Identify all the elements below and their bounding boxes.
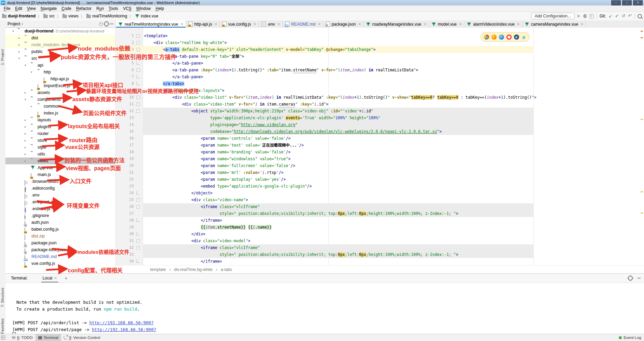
- hide-panel-icon[interactable]: [110, 24, 113, 24]
- tree-item-duoji-frontend[interactable]: ▾duoji-frontendD:\zheheWeb\duoji-fronten…: [5, 28, 115, 35]
- profiler-icon[interactable]: [589, 14, 594, 18]
- tree-item-node-modules[interactable]: ▸node_moduleslibrary root: [5, 41, 115, 48]
- tree-item-readme-md[interactable]: MDREADME.md: [5, 253, 115, 260]
- tree-item--browserslistrc[interactable]: .browserslistrc: [5, 178, 115, 185]
- breadcrumb-item-duoji-frontend[interactable]: duoji-frontend: [2, 14, 35, 18]
- tree-chevron-icon[interactable]: ▸: [25, 130, 26, 137]
- close-icon[interactable]: ✕: [424, 22, 426, 26]
- editor-breadcrumb-item[interactable]: template: [150, 267, 166, 272]
- close-icon[interactable]: ✕: [181, 22, 183, 26]
- fold-marker[interactable]: −: [137, 96, 140, 99]
- tree-item-plugins[interactable]: ▸plugins: [5, 123, 115, 130]
- menu-item-tools[interactable]: Tools: [106, 5, 120, 12]
- git-rollback-icon[interactable]: ↺: [621, 14, 625, 18]
- tree-item-api[interactable]: ▾api: [5, 62, 115, 69]
- fold-marker[interactable]: −: [137, 103, 140, 106]
- menu-item-window[interactable]: Window: [134, 5, 153, 12]
- editor-tab-readme-md[interactable]: MDREADME.md✕: [283, 21, 324, 28]
- statusbar-item-terminal[interactable]: Terminal: [35, 334, 61, 341]
- tree-item--gitignore[interactable]: .gitignore: [5, 212, 115, 219]
- tree-item-dist-zip[interactable]: dist.zip: [5, 233, 115, 240]
- close-icon[interactable]: ✕: [517, 22, 520, 26]
- editor-tab-cameramanage-index-vue[interactable]: cameraManage\index.vue✕: [523, 21, 586, 28]
- git-update-icon[interactable]: ↙: [609, 14, 612, 18]
- close-icon[interactable]: ✕: [581, 22, 583, 26]
- tree-chevron-icon[interactable]: ▸: [25, 151, 26, 158]
- tree-item-dist[interactable]: ▸dist: [5, 35, 115, 41]
- breadcrumb-item-views[interactable]: views: [62, 14, 78, 18]
- close-icon[interactable]: ✕: [54, 276, 57, 281]
- fold-marker[interactable]: −: [137, 48, 140, 51]
- tree-chevron-icon[interactable]: ▾: [18, 55, 20, 62]
- tree-chevron-icon[interactable]: ▾: [12, 28, 14, 35]
- edge-browser-icon[interactable]: e: [521, 35, 527, 40]
- tree-item-auth-json[interactable]: {}auth.json: [5, 219, 115, 226]
- fold-marker[interactable]: −: [137, 34, 140, 38]
- fold-marker[interactable]: −: [137, 89, 140, 92]
- git-revert-icon[interactable]: ↶: [628, 14, 632, 18]
- run-icon[interactable]: [577, 14, 581, 18]
- tree-item-components[interactable]: ▾components: [5, 96, 115, 103]
- terminal-settings-icon[interactable]: [628, 276, 633, 281]
- tree-item--env[interactable]: .env: [5, 192, 115, 199]
- tree-item-main-js[interactable]: JSmain.js: [5, 171, 115, 178]
- tree-item--editorconfig[interactable]: .editorconfig: [5, 185, 115, 192]
- tree-chevron-icon[interactable]: ▾: [31, 69, 32, 76]
- tree-item-common[interactable]: ▸common: [5, 103, 115, 110]
- fold-marker[interactable]: −: [137, 68, 140, 72]
- editor-tab-http-api-js[interactable]: JShttp-api.js✕: [186, 21, 220, 28]
- menu-item-refactor[interactable]: Refactor: [74, 5, 94, 12]
- menu-item-vcs[interactable]: VCS: [120, 5, 134, 12]
- editor-breadcrumb-item[interactable]: a-tabs: [221, 267, 232, 272]
- close-icon[interactable]: ✕: [459, 22, 462, 26]
- tree-item--eslintrc-js[interactable]: .eslintrc.js: [5, 205, 115, 212]
- tree-chevron-icon[interactable]: ▾: [25, 62, 26, 69]
- editor-tab-vue-config-js[interactable]: JSvue.config.js✕: [220, 21, 259, 28]
- tree-chevron-icon[interactable]: ▸: [25, 117, 26, 123]
- close-icon[interactable]: ✕: [358, 22, 361, 26]
- git-commit-icon[interactable]: ✔: [615, 14, 619, 18]
- editor-tab-alarmvideos-index-vue[interactable]: alarmVideos\index.vue✕: [464, 21, 523, 28]
- tree-item--env-prod[interactable]: .env.prod: [5, 199, 115, 205]
- ie-browser-icon[interactable]: e: [514, 35, 519, 40]
- menu-item-edit[interactable]: Edit: [13, 5, 25, 12]
- search-everywhere-icon[interactable]: [638, 14, 642, 18]
- tool-window-toggle-icon[interactable]: [1, 336, 5, 340]
- terminal-hide-icon[interactable]: [638, 278, 641, 278]
- tree-item-layouts[interactable]: ▸layouts: [5, 117, 115, 123]
- tree-item-package-lock-json[interactable]: {}package-lock.json: [5, 246, 115, 253]
- breadcrumb-item-realTimeMonitoring[interactable]: realTimeMonitoring: [86, 14, 127, 18]
- firefox-browser-icon[interactable]: [491, 35, 497, 40]
- close-icon[interactable]: ✕: [318, 22, 320, 26]
- tree-chevron-icon[interactable]: ▸: [18, 41, 20, 48]
- tree-item-style[interactable]: ▸style: [5, 144, 115, 151]
- tree-chevron-icon[interactable]: ▸: [25, 89, 26, 96]
- chrome-browser-icon[interactable]: [484, 35, 489, 40]
- tree-chevron-icon[interactable]: ▸: [25, 137, 26, 144]
- tree-item-package-json[interactable]: {}package.json: [5, 240, 115, 246]
- tree-chevron-icon[interactable]: ▸: [25, 123, 26, 130]
- tree-item-public[interactable]: ▸public: [5, 48, 115, 55]
- tree-item-router[interactable]: ▸router: [5, 130, 115, 137]
- editor-tab--env[interactable]: .env✕: [259, 21, 283, 28]
- tree-item-views[interactable]: ▸views: [5, 158, 115, 164]
- fold-marker[interactable]: −: [137, 41, 140, 44]
- menu-item-run[interactable]: Run: [94, 5, 106, 12]
- menu-item-view[interactable]: View: [25, 5, 38, 12]
- maximize-button[interactable]: □: [622, 0, 632, 5]
- code-editor[interactable]: 1−<template>2− <div class="realTime bg-w…: [116, 28, 644, 265]
- close-icon[interactable]: ✕: [253, 22, 256, 26]
- add-configuration-button[interactable]: Add Configuration...: [531, 13, 575, 19]
- terminal-tab-local[interactable]: Local✕: [41, 274, 59, 283]
- close-icon[interactable]: ✕: [214, 22, 217, 26]
- close-icon[interactable]: ✕: [277, 22, 280, 26]
- chevron-down-icon[interactable]: ▾: [22, 23, 23, 26]
- breadcrumb-item-index.vue[interactable]: index.vue: [135, 14, 158, 18]
- tree-item-vue-config-js[interactable]: JSvue.config.js: [5, 260, 115, 267]
- fold-marker[interactable]: −: [137, 198, 140, 202]
- tree-chevron-icon[interactable]: ▸: [31, 103, 32, 110]
- menu-item-file[interactable]: File: [1, 5, 13, 12]
- tree-item-store[interactable]: ▸store: [5, 137, 115, 144]
- tree-item-index-js[interactable]: JSindex.js: [5, 110, 115, 117]
- fold-marker[interactable]: −: [137, 109, 140, 113]
